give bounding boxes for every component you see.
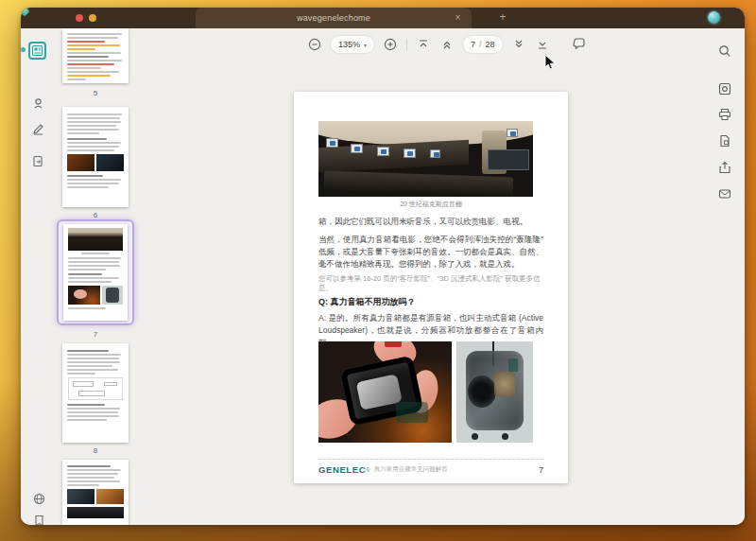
share-icon[interactable] bbox=[716, 159, 733, 176]
zoom-level-value: 135% bbox=[338, 40, 360, 49]
mail-feedback-icon[interactable] bbox=[716, 185, 733, 202]
first-page-button[interactable] bbox=[416, 37, 431, 52]
tab-close-icon[interactable]: × bbox=[452, 11, 464, 24]
thumbnail-page-6[interactable] bbox=[62, 107, 129, 207]
thumbnail-page-7[interactable] bbox=[63, 224, 128, 321]
globe-icon[interactable] bbox=[30, 490, 47, 507]
thumbnail-page-number: 6 bbox=[62, 211, 129, 219]
comment-icon[interactable] bbox=[572, 37, 587, 52]
next-page-button[interactable] bbox=[511, 37, 526, 52]
minimize-button[interactable] bbox=[89, 14, 96, 22]
stamp-icon[interactable] bbox=[29, 95, 46, 112]
photo-caption: 20 世纪福克斯混音棚 bbox=[294, 200, 568, 209]
question-heading: Q: 真力音箱不用功放吗？ bbox=[318, 296, 543, 308]
reference-note: 您可以参考第 16-20 页的“客厅影院”、“3D 沉浸式私人影院” 获取更多信… bbox=[318, 274, 543, 293]
last-page-button[interactable] bbox=[535, 37, 550, 52]
desktop-background: wavegenelechome × + bbox=[0, 0, 756, 541]
thumbnail-page-number: 8 bbox=[62, 446, 129, 455]
studio-photo bbox=[318, 121, 533, 197]
view-toolbar: 135% ▾ 7 / 28 bbox=[307, 35, 587, 54]
toolbar-divider bbox=[406, 39, 407, 50]
search-icon[interactable] bbox=[716, 43, 733, 60]
thumbnail-page-number: 7 bbox=[62, 330, 129, 339]
current-page-value: 7 bbox=[471, 40, 475, 49]
ai-assistant-badge-icon[interactable] bbox=[708, 11, 720, 24]
thumbnail-page-9[interactable] bbox=[62, 460, 129, 525]
document-tab[interactable]: wavegenelechome × bbox=[196, 8, 472, 28]
page-number-input[interactable]: 7 / 28 bbox=[463, 36, 503, 53]
fullscreen-button[interactable] bbox=[21, 8, 30, 17]
paragraph-1: 箱，因此它们既可以用来听音乐，又可以欣赏电影、电视。 bbox=[318, 216, 543, 228]
speaker-assembly-photo bbox=[318, 341, 452, 443]
previous-page-button[interactable] bbox=[439, 37, 455, 52]
page-footer: GENELEC ® 真力家用音频常见问题解答 7 bbox=[318, 464, 543, 475]
footer-divider bbox=[318, 459, 543, 460]
total-pages-value: 28 bbox=[486, 40, 495, 49]
scan-frame-icon[interactable] bbox=[716, 80, 733, 97]
page-separator: / bbox=[479, 40, 482, 49]
paragraph-2: 当然，使用真力音箱看电影，您绝不会得到浑浊失控的“轰隆隆”低频，或是大音量下夸张… bbox=[318, 234, 543, 270]
zoom-in-button[interactable] bbox=[383, 37, 398, 52]
genelec-logo: GENELEC bbox=[318, 464, 366, 475]
document-lock-icon[interactable] bbox=[716, 132, 733, 149]
new-tab-button[interactable]: + bbox=[496, 11, 509, 24]
thumbnail-page-5[interactable] bbox=[62, 28, 129, 83]
page-tools-icon[interactable] bbox=[29, 152, 46, 169]
footer-subtitle: 真力家用音频常见问题解答 bbox=[374, 465, 448, 474]
chevron-down-icon: ▾ bbox=[364, 42, 367, 48]
pdf-app-window: wavegenelechome × + bbox=[21, 8, 745, 525]
footer-page-number: 7 bbox=[539, 465, 543, 475]
tab-title: wavegenelechome bbox=[297, 13, 370, 23]
app-body: 5 bbox=[21, 28, 745, 525]
speaker-xray-photo bbox=[456, 341, 533, 443]
thumbnails-panel-icon[interactable] bbox=[28, 42, 46, 60]
zoom-out-button[interactable] bbox=[307, 37, 322, 52]
registered-mark: ® bbox=[366, 467, 369, 473]
zoom-level-dropdown[interactable]: 135% ▾ bbox=[331, 36, 374, 53]
thumbnail-page-number: 5 bbox=[62, 89, 129, 97]
printer-icon[interactable] bbox=[716, 106, 733, 123]
document-page[interactable]: 20 世纪福克斯混音棚 箱，因此它们既可以用来听音乐，又可以欣赏电影、电视。 当… bbox=[294, 92, 568, 483]
notification-dot bbox=[21, 47, 26, 52]
bookmark-icon[interactable] bbox=[30, 512, 47, 525]
edit-pen-icon[interactable] bbox=[29, 120, 46, 137]
thumbnail-page-8[interactable] bbox=[62, 343, 129, 443]
close-button[interactable] bbox=[76, 14, 83, 22]
mouse-cursor bbox=[544, 54, 557, 75]
titlebar: wavegenelechome × + bbox=[21, 8, 745, 28]
